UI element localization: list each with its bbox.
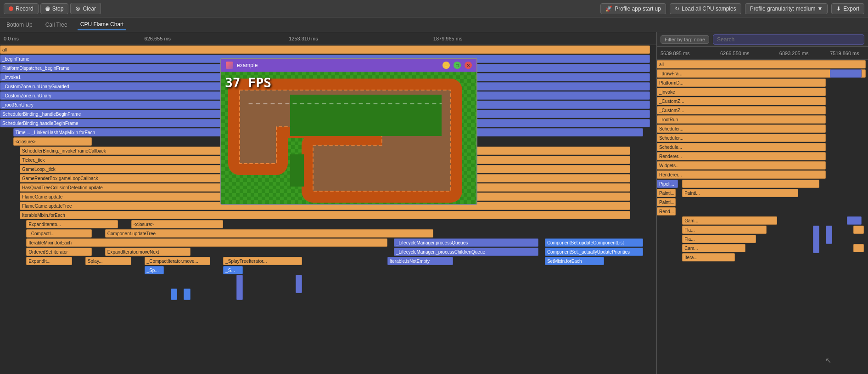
right-block-fla2[interactable]: Fla... (682, 235, 756, 243)
right-block-scheduler1[interactable]: Scheduler... (657, 125, 826, 133)
right-row-platformd[interactable]: PlatformD... (657, 78, 868, 87)
flame-block-all[interactable]: all (0, 45, 650, 54)
right-block-cam[interactable]: Cam... (682, 244, 745, 252)
right-block-painti1b[interactable]: Painti... (682, 189, 798, 197)
right-row-scheduler1[interactable]: Scheduler... (657, 124, 868, 133)
tab-call-tree[interactable]: Call Tree (43, 20, 70, 30)
right-block-pipeli[interactable]: Pipeli... (657, 180, 678, 188)
flame-block-small-2[interactable] (296, 275, 302, 293)
flame-block-componentset-priorities[interactable]: ComponentSet._actuallyUpdatePriorities (545, 248, 644, 256)
right-row-widgets[interactable]: Widgets... (657, 161, 868, 170)
right-row-painti1[interactable]: Painti... Painti... (657, 188, 868, 198)
right-row-drawfra[interactable]: _drawFra... (657, 69, 868, 78)
right-row-all[interactable]: all (657, 60, 868, 69)
tab-bottom-up[interactable]: Bottom Up (4, 20, 35, 30)
flame-block-expandit[interactable]: ExpandIt... (26, 257, 72, 265)
flame-row-iterable-foreach[interactable]: IterableMixin.forEach (0, 210, 656, 220)
right-row-painti2[interactable]: Painti... (657, 198, 868, 207)
flame-block-small-3[interactable] (171, 289, 177, 300)
flame-row-compact-component[interactable]: _CompactI... Component.updateTree (0, 229, 656, 238)
export-button[interactable]: ⬇ Export (831, 3, 864, 14)
right-row-renderer2[interactable]: Renderer... (657, 170, 868, 179)
filter-tag-dropdown[interactable]: Filter by tag: none (661, 35, 709, 44)
profile-startup-button[interactable]: 🚀 Profile app start up (600, 3, 666, 14)
right-block-gam-big[interactable] (682, 180, 819, 188)
flame-block-expanditerator-movenext[interactable]: ExpandIterator.moveNext (105, 248, 190, 256)
right-block-platformd[interactable]: PlatformD... (657, 79, 826, 87)
flame-block-small-1[interactable] (236, 275, 243, 300)
window-minimize-button[interactable]: – (442, 62, 450, 69)
right-row-scheduler2[interactable]: Scheduler... (657, 133, 868, 142)
right-row-fla2[interactable]: Fla... (657, 234, 868, 244)
tab-flame-chart[interactable]: CPU Flame Chart (78, 19, 127, 30)
right-block-all[interactable]: all (657, 60, 866, 68)
flame-block-compacti[interactable]: _CompactI... (26, 229, 92, 238)
right-block-small-blue[interactable] (830, 69, 862, 78)
right-row-rend[interactable]: Rend... (657, 207, 868, 216)
flame-block-orderedset[interactable]: OrderedSet.iterator (26, 248, 92, 256)
right-block-rend[interactable]: Rend... (657, 207, 676, 215)
flame-block-closure[interactable]: <closure> (13, 137, 92, 146)
right-block-fla1[interactable]: Fla... (682, 226, 767, 234)
flame-row-sp[interactable]: _Sp... _S... (0, 266, 656, 275)
flame-block-component-updatetree[interactable]: Component.updateTree (105, 229, 433, 238)
right-row-customz2[interactable]: _CustomZ... (657, 106, 868, 115)
window-close-button[interactable]: ✕ (465, 62, 472, 69)
clear-button[interactable]: ⊗ Clear (70, 3, 101, 14)
flame-block-expanditerato[interactable]: ExpandIterato... (26, 220, 118, 228)
flame-block-splaytreeiterator[interactable]: _SplayTreeIterator... (223, 257, 302, 265)
flame-block-setmixin-foreach[interactable]: SetMixin.forEach (545, 257, 604, 265)
flame-block-lifecycle-processchildren[interactable]: _LifecycleManager._processChildrenQueue (394, 248, 538, 256)
right-block-painti2[interactable]: Painti... (657, 198, 676, 206)
right-block-renderer2[interactable]: Renderer... (657, 170, 826, 179)
right-row-gam[interactable]: Gam... (657, 216, 868, 225)
granularity-dropdown[interactable]: Profile granularity: medium ▼ (745, 3, 828, 14)
flame-block-sp1[interactable]: _Sp... (145, 266, 164, 274)
flame-row-orderedset[interactable]: OrderedSet.iterator ExpandIterator.moveN… (0, 247, 656, 256)
flame-chart-area[interactable]: all _beginFrame PlatformDispatcher._begi… (0, 45, 656, 374)
right-block-customz2[interactable]: _CustomZ... (657, 106, 826, 114)
record-button[interactable]: Record (4, 3, 39, 14)
flame-block-compactiterator-move[interactable]: _CompactIterator.move... (145, 257, 210, 265)
flame-row-expand-closure[interactable]: ExpandIterato... <closure> (0, 220, 656, 229)
right-block-cam-small[interactable] (853, 244, 864, 252)
flame-block-s1[interactable]: _S... (223, 266, 243, 274)
flame-row-iterable2[interactable]: IterableMixin.forEach _LifecycleManager.… (0, 238, 656, 247)
flame-row-all[interactable]: all (0, 45, 656, 54)
right-block-invoke[interactable]: _invoke (657, 88, 826, 96)
flame-block-lifecycle-processqueues[interactable]: _LifecycleManager.processQueues (394, 238, 538, 247)
right-row-fla1[interactable]: Fla... (657, 225, 868, 234)
right-block-renderer1[interactable]: Renderer... (657, 152, 826, 160)
flame-block-componentset-update[interactable]: ComponentSet.updateComponentList (545, 238, 644, 247)
right-row-renderer1[interactable]: Renderer... (657, 152, 868, 161)
search-input[interactable]: Search (713, 34, 864, 45)
right-block-scheduler2[interactable]: Scheduler... (657, 134, 826, 142)
right-row-pipeli[interactable]: Pipeli... (657, 179, 868, 188)
stop-button[interactable]: ■ Stop (40, 3, 69, 14)
right-block-rootrun[interactable]: _rootRun (657, 115, 826, 124)
window-maximize-button[interactable]: □ (454, 62, 461, 69)
right-row-customz1[interactable]: _CustomZ... (657, 96, 868, 106)
right-block-schedule[interactable]: Schedule... (657, 143, 826, 151)
right-block-widgets[interactable]: Widgets... (657, 161, 826, 170)
right-row-schedule[interactable]: Schedule... (657, 142, 868, 152)
flame-block-splay[interactable]: Splay... (85, 257, 131, 265)
app-window-overlay[interactable]: example – □ ✕ 37 FPS (220, 58, 477, 205)
right-block-gam[interactable]: Gam... (682, 216, 777, 225)
right-block-small-orange[interactable] (853, 226, 864, 234)
flame-block-iterable2[interactable]: IterableMixin.forEach (26, 238, 387, 247)
flame-block-small-4[interactable] (184, 289, 190, 300)
right-block-itera[interactable]: Itera... (682, 253, 735, 261)
right-row-rootrun[interactable]: _rootRun (657, 115, 868, 124)
right-row-invoke[interactable]: _invoke (657, 87, 868, 96)
right-block-small2[interactable] (847, 216, 862, 225)
flame-row-expand-splay[interactable]: ExpandIt... Splay... _CompactIterator.mo… (0, 256, 656, 266)
load-samples-button[interactable]: ↻ Load all CPU samples (670, 3, 741, 14)
flame-block-iterable-foreach[interactable]: IterableMixin.forEach (20, 211, 630, 219)
flame-block-iterable-isnotempty[interactable]: Iterable.isNotEmpty (387, 257, 453, 265)
right-row-cam[interactable]: Cam... (657, 244, 868, 253)
flame-block-closure2[interactable]: <closure> (131, 220, 223, 228)
right-block-painti1[interactable]: Painti... (657, 189, 676, 197)
right-block-customz1[interactable]: _CustomZ... (657, 97, 826, 105)
right-row-itera[interactable]: Itera... (657, 253, 868, 262)
